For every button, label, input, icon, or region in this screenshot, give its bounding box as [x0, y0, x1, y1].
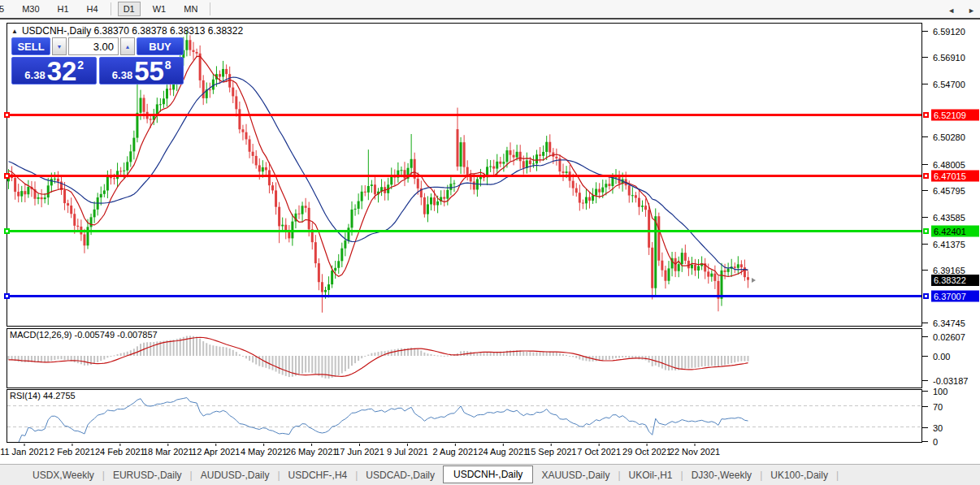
- buy-button[interactable]: BUY: [137, 37, 184, 55]
- svg-text:0.02607: 0.02607: [933, 332, 965, 342]
- toolbar-item-w1[interactable]: W1: [147, 2, 172, 16]
- svg-text:6.37007: 6.37007: [934, 292, 966, 301]
- volume-decrease-button[interactable]: ▼: [52, 37, 67, 55]
- svg-text:7 Oct 2021: 7 Oct 2021: [577, 447, 621, 457]
- spinner-up-icon: ▲: [125, 44, 131, 50]
- svg-text:6.56910: 6.56910: [933, 53, 965, 63]
- buy-price-big: 55: [134, 60, 164, 82]
- tab-usdchf-h4[interactable]: USDCHF-,H4: [280, 466, 356, 484]
- chart-tabs-bar: USDX,Weekly|EURUSD-,Daily|AUDUSD-,Daily|…: [0, 464, 980, 485]
- tab-separator: |: [836, 470, 839, 481]
- rsi-y-axis: 10070300: [922, 387, 947, 447]
- buy-price-sup: 8: [165, 58, 171, 71]
- svg-text:29 Oct 2021: 29 Oct 2021: [622, 447, 671, 457]
- svg-text:18 Mar 2021: 18 Mar 2021: [143, 447, 193, 457]
- toolbar-separator: [210, 2, 210, 15]
- toolbar-item-5[interactable]: 5: [0, 2, 10, 16]
- sell-price-small: 6.38: [24, 69, 45, 81]
- tab-audusd-daily[interactable]: AUDUSD-,Daily: [193, 466, 278, 484]
- svg-text:0.00: 0.00: [933, 352, 950, 362]
- svg-text:11 Jan 2021: 11 Jan 2021: [0, 447, 49, 457]
- svg-text:6.42401: 6.42401: [934, 227, 966, 236]
- svg-text:0: 0: [933, 437, 938, 447]
- tab-usdcad-daily[interactable]: USDCAD-,Daily: [358, 466, 443, 484]
- macd-indicator-label: MACD(12,26,9) -0.005749 -0.007857: [10, 330, 158, 340]
- svg-text:6.48005: 6.48005: [933, 160, 965, 170]
- sell-price-box[interactable]: 6.38322: [11, 57, 97, 84]
- buy-price-box[interactable]: 6.38558: [99, 57, 184, 84]
- svg-text:17 Jun 2021: 17 Jun 2021: [335, 447, 384, 457]
- svg-text:12 Apr 2021: 12 Apr 2021: [192, 447, 240, 457]
- toolbar-item-d1[interactable]: D1: [118, 2, 141, 16]
- tab-xauusd-daily[interactable]: XAUUSD-,Daily: [533, 466, 618, 484]
- chart-title-text: USDCNH-,Daily 6.38370 6.38378 6.38313 6.…: [22, 25, 243, 37]
- svg-text:9 Jul 2021: 9 Jul 2021: [387, 447, 428, 457]
- rsi-indicator-label: RSI(14) 44.2755: [10, 391, 76, 401]
- tab-scroll-left-icon[interactable]: ◄: [947, 6, 955, 15]
- rsi-pane: [7, 390, 922, 443]
- svg-text:6.59120: 6.59120: [933, 27, 965, 37]
- trading-terminal-window: 5M30H1H4D1W1MN 6.521096.470156.424016.37…: [0, 0, 980, 485]
- svg-text:70: 70: [933, 402, 943, 412]
- volume-increase-button[interactable]: ▲: [120, 37, 135, 55]
- svg-text:2 Aug 2021: 2 Aug 2021: [433, 447, 479, 457]
- buy-price-small: 6.38: [112, 69, 132, 81]
- sell-price-big: 32: [47, 60, 77, 82]
- one-click-trade-panel: SELL ▼ ▲ BUY 6.38322 6.38558: [11, 37, 184, 84]
- toolbar-item-m30[interactable]: M30: [16, 2, 45, 16]
- svg-text:6.45795: 6.45795: [933, 186, 965, 196]
- svg-text:6.39165: 6.39165: [933, 266, 965, 275]
- svg-text:6.38322: 6.38322: [934, 275, 966, 285]
- tab-scroll-arrows: ◄ ►: [947, 0, 975, 21]
- tab-scroll-right-icon[interactable]: ►: [968, 6, 975, 15]
- tab-dj30-weekly[interactable]: DJ30-,Weekly: [683, 466, 760, 484]
- toolbar-item-h1[interactable]: H1: [52, 2, 75, 16]
- svg-text:100: 100: [933, 387, 947, 396]
- svg-text:24 Aug 2021: 24 Aug 2021: [478, 447, 528, 457]
- svg-text:6.52109: 6.52109: [934, 110, 966, 120]
- toolbar-item-mn[interactable]: MN: [178, 2, 203, 16]
- svg-text:30: 30: [933, 423, 943, 433]
- svg-text:6.43585: 6.43585: [933, 213, 965, 223]
- tab-usdcnh-daily[interactable]: USDCNH-,Daily: [443, 466, 533, 483]
- svg-text:26 May 2021: 26 May 2021: [286, 447, 338, 457]
- timeframe-toolbar: 5M30H1H4D1W1MN: [0, 0, 980, 19]
- spinner-down-icon: ▼: [57, 44, 63, 50]
- tab-ukoil-h1[interactable]: UKOil-,H1: [621, 466, 681, 484]
- tab-usdx-weekly[interactable]: USDX,Weekly: [24, 466, 102, 484]
- svg-text:4 May 2021: 4 May 2021: [241, 447, 287, 457]
- macd-y-axis: 0.026070.00-0.03187: [922, 332, 968, 386]
- collapse-arrow-icon[interactable]: ▲: [11, 28, 18, 35]
- time-x-axis: 11 Jan 20212 Feb 202124 Feb 202118 Mar 2…: [0, 444, 720, 457]
- svg-text:6.41375: 6.41375: [933, 240, 965, 249]
- tab-uk100-daily[interactable]: UK100-,Daily: [762, 466, 836, 484]
- volume-input[interactable]: [68, 37, 119, 55]
- svg-text:-0.03187: -0.03187: [933, 376, 968, 386]
- svg-text:24 Feb 2021: 24 Feb 2021: [95, 447, 145, 457]
- sell-button[interactable]: SELL: [11, 37, 50, 55]
- svg-text:2 Feb 2021: 2 Feb 2021: [50, 447, 95, 457]
- svg-text:6.50280: 6.50280: [933, 132, 965, 142]
- svg-text:6.54700: 6.54700: [933, 80, 965, 89]
- svg-text:6.34745: 6.34745: [933, 318, 965, 328]
- svg-text:22 Nov 2021: 22 Nov 2021: [670, 447, 720, 457]
- svg-text:15 Sep 2021: 15 Sep 2021: [526, 447, 576, 457]
- toolbar-separator: [111, 2, 111, 15]
- svg-text:6.47015: 6.47015: [934, 171, 966, 181]
- sell-price-sup: 2: [77, 58, 84, 71]
- tab-eurusd-daily[interactable]: EURUSD-,Daily: [105, 466, 190, 484]
- chart-title: ▲USDCNH-,Daily 6.38370 6.38378 6.38313 6…: [11, 25, 243, 37]
- toolbar-item-h4[interactable]: H4: [81, 2, 104, 16]
